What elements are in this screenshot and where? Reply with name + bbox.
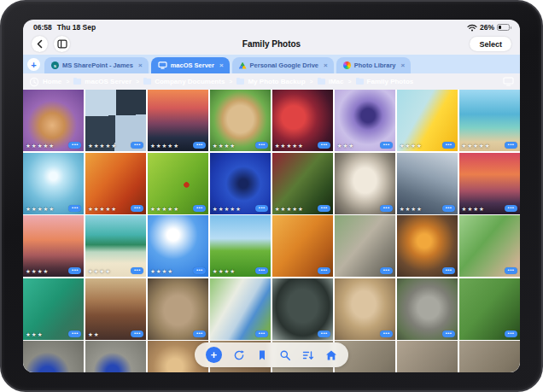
more-button[interactable]: •••: [255, 142, 268, 149]
search-button[interactable]: [279, 349, 291, 361]
photo-peacock-by-fence-1[interactable]: [23, 341, 84, 372]
more-button[interactable]: •••: [131, 331, 143, 337]
more-button[interactable]: •••: [255, 267, 268, 274]
more-button[interactable]: •••: [505, 142, 517, 149]
more-button[interactable]: •••: [442, 205, 455, 212]
more-button[interactable]: •••: [68, 142, 81, 149]
tab-photo-library[interactable]: Photo Library×: [336, 57, 411, 73]
star-rating: ★★★★: [150, 268, 173, 275]
more-button[interactable]: •••: [380, 331, 393, 337]
photo-village-at-dusk[interactable]: ★★•••: [85, 278, 146, 340]
more-button[interactable]: •••: [193, 331, 206, 337]
photo-pier-at-sunset[interactable]: ★★★★•••: [23, 215, 84, 277]
photo-peacock-by-fence-2[interactable]: [85, 341, 146, 372]
photo-giraffe[interactable]: ★★★★•••: [210, 90, 271, 151]
photo-raccoon[interactable]: •••: [397, 278, 458, 340]
sort-button[interactable]: [302, 349, 314, 361]
photo-baboon-on-rocks[interactable]: •••: [335, 278, 395, 340]
photo-red-succulent[interactable]: ★★★★★•••: [272, 153, 333, 214]
search-icon: [279, 349, 291, 361]
more-button[interactable]: •••: [318, 331, 330, 337]
refresh-button[interactable]: [233, 349, 245, 361]
photo-teddy-bear-pastry[interactable]: ★★★★★•••: [23, 90, 84, 151]
photo-autumn-forest-path[interactable]: •••: [272, 215, 333, 277]
tab-close-icon[interactable]: ×: [324, 61, 328, 69]
breadcrumb-item-macos-server[interactable]: macOS Server: [85, 78, 131, 85]
photo-beach-waves[interactable]: ★★★★★•••: [459, 90, 520, 151]
add-tab-button[interactable]: +: [27, 58, 40, 71]
more-button[interactable]: •••: [318, 267, 330, 274]
tab-ms-sharepoint-james[interactable]: sMS SharePoint - James×: [44, 57, 149, 73]
more-button[interactable]: •••: [255, 331, 268, 337]
photo-daisy-against-sky[interactable]: ★★★★•••: [148, 215, 208, 277]
photo-hippo-in-water[interactable]: ★★★•••: [23, 278, 84, 340]
more-button[interactable]: •••: [380, 142, 393, 149]
photo-purple-osteospermum[interactable]: ★★★•••: [335, 90, 395, 151]
photo-tortoise-closeup[interactable]: •••: [148, 278, 208, 340]
tab-close-icon[interactable]: ×: [400, 61, 405, 69]
photo-green-leaf-ladybug[interactable]: ★★★★★•••: [148, 153, 208, 214]
breadcrumb-item-my-photo-backup[interactable]: My Photo Backup: [248, 78, 305, 85]
photo-cut-off-photo-4[interactable]: [459, 341, 520, 372]
tab-label: Personal Google Drive: [250, 61, 318, 69]
sidebar-toggle-button[interactable]: [54, 36, 70, 52]
more-button[interactable]: •••: [131, 267, 143, 274]
photo-courtyard-bonfire[interactable]: •••: [397, 215, 458, 277]
breadcrumb-item-home[interactable]: Home: [43, 78, 61, 85]
photo-berry-fruit-platter[interactable]: ★★★★★•••: [272, 90, 333, 151]
tab-close-icon[interactable]: ×: [138, 61, 143, 69]
photo-cut-off-photo-3[interactable]: [397, 341, 458, 372]
more-button[interactable]: •••: [505, 205, 517, 212]
home-button[interactable]: [325, 349, 337, 361]
more-button[interactable]: •••: [442, 267, 455, 274]
status-bar: 06:58 Thu 18 Sep 26%: [23, 20, 520, 33]
back-button[interactable]: [32, 36, 48, 52]
photo-barn-owl[interactable]: •••: [335, 153, 395, 214]
more-button[interactable]: •••: [193, 205, 206, 212]
photo-skyscrapers-looking-up[interactable]: ★★★★★•••: [85, 90, 146, 151]
photo-blue-chrysanthemum[interactable]: ★★★★★•••: [210, 153, 271, 214]
breadcrumb-item-imac[interactable]: iMac: [329, 78, 344, 85]
tab-personal-google-drive[interactable]: Personal Google Drive×: [232, 57, 334, 73]
more-button[interactable]: •••: [68, 205, 81, 212]
photo-red-sunset-skyline[interactable]: ★★★★•••: [459, 153, 520, 214]
photo-sun-over-sea[interactable]: ★★★★★•••: [23, 153, 84, 214]
photo-ring-tailed-lemur[interactable]: •••: [335, 215, 395, 277]
more-button[interactable]: •••: [68, 267, 81, 274]
more-button[interactable]: •••: [380, 267, 393, 274]
photo-green-meadow[interactable]: ★★★★•••: [210, 215, 271, 277]
photo-festival-stilt-walkers[interactable]: •••: [210, 278, 271, 340]
photo-sunflower[interactable]: ★★★★•••: [397, 90, 458, 151]
more-button[interactable]: •••: [193, 142, 206, 149]
tab-close-icon[interactable]: ×: [219, 61, 224, 69]
photo-keepers-on-grass[interactable]: •••: [459, 278, 520, 340]
photo-autumn-maple-leaves[interactable]: ★★★★★•••: [85, 153, 146, 214]
star-rating: ★★★★★: [26, 143, 55, 149]
more-button[interactable]: •••: [442, 142, 455, 149]
more-button[interactable]: •••: [505, 267, 517, 274]
photo-glass-office-building[interactable]: ★★★★•••: [397, 153, 458, 214]
more-button[interactable]: •••: [318, 205, 330, 212]
bookmark-button[interactable]: [256, 349, 268, 361]
more-button[interactable]: •••: [131, 142, 143, 149]
more-button[interactable]: •••: [131, 205, 143, 212]
more-button[interactable]: •••: [255, 205, 268, 212]
photo-owl-on-hand[interactable]: •••: [459, 215, 520, 277]
photo-dark-eagle[interactable]: •••: [272, 278, 333, 340]
tab-macos-server[interactable]: macOS Server×: [151, 57, 230, 73]
tab-label: MS SharePoint - James: [62, 61, 133, 69]
more-button[interactable]: •••: [505, 331, 517, 337]
more-button[interactable]: •••: [68, 331, 81, 337]
history-clock-icon[interactable]: [29, 77, 39, 87]
more-button[interactable]: •••: [193, 267, 206, 274]
photo-tropical-beach[interactable]: ★★★★•••: [85, 215, 146, 277]
more-button[interactable]: •••: [442, 331, 455, 337]
select-button[interactable]: Select: [470, 37, 511, 51]
ipad-bezel: 06:58 Thu 18 Sep 26% Family Photos Selec…: [0, 0, 543, 392]
more-button[interactable]: •••: [318, 142, 330, 149]
breadcrumb-item-family-photos[interactable]: Family Photos: [367, 78, 414, 85]
more-button[interactable]: •••: [380, 205, 393, 212]
photo-sunset-over-lake[interactable]: ★★★★★•••: [148, 90, 208, 151]
add-button[interactable]: +: [206, 347, 222, 363]
breadcrumb-item-company-documents[interactable]: Company Documents: [155, 78, 225, 85]
